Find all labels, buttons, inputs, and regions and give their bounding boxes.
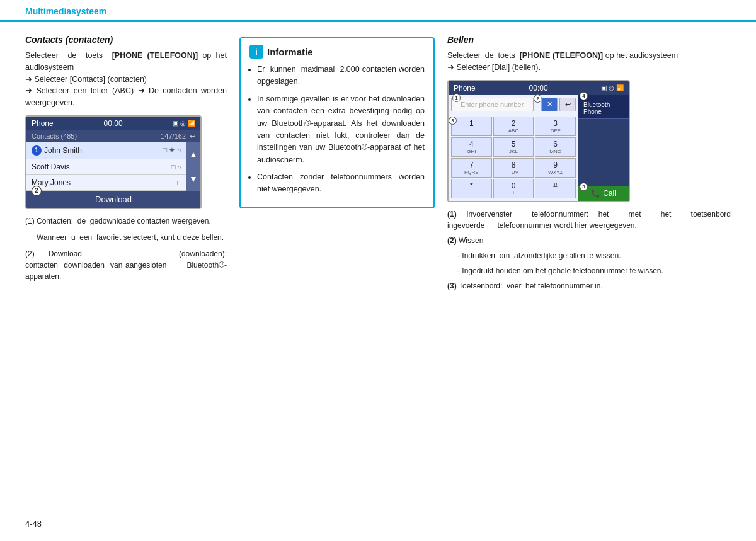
- back-dial-button[interactable]: ↩: [559, 98, 576, 111]
- annot-right-2: (2) Wissen: [447, 235, 731, 246]
- key-1[interactable]: 1: [451, 117, 492, 136]
- phone-contacts-header: Contacts (485) 147/162 ↩: [26, 130, 200, 142]
- call-phone-icon: 📞: [591, 189, 600, 198]
- back-icon[interactable]: ↩: [190, 132, 195, 140]
- key-5[interactable]: 5JKL: [493, 137, 534, 157]
- dial-phone-label: Phone: [454, 84, 476, 93]
- call-label: Call: [603, 189, 616, 198]
- middle-column: i Informatie Er kunnen maximaal 2.000 co…: [239, 35, 435, 519]
- contacts-section-title: Contacts (contacten): [25, 35, 227, 45]
- contact-row-maryjones[interactable]: Mary Jones □: [26, 175, 186, 191]
- dial-input-wrapper: 1 Enter phone number: [451, 98, 534, 111]
- contact-row-scottdavis[interactable]: Scott Davis □ ⌂: [26, 159, 186, 175]
- keypad-wrapper: 3 1 2ABC 3DEF 4GHI 5JKL 6MNO 7PQRS 8TUV …: [449, 117, 578, 201]
- contacts-para1: Selecteer de toets [PHONE (TELEFOON)] op…: [25, 50, 227, 109]
- info-title-row: i Informatie: [249, 45, 425, 59]
- page-header: Multimediasysteem: [0, 0, 756, 22]
- scroll-up-button[interactable]: ▲: [186, 142, 200, 167]
- annot-right-2a: - Indrukken om afzonderlijke getallen te…: [457, 250, 731, 261]
- annotation-1b: Wanneer u een favoriet selecteert, kunt …: [37, 232, 227, 243]
- sidebar-spacer: [578, 119, 629, 186]
- contact-name-text: John Smith: [44, 146, 82, 155]
- contact-row-johnsmith[interactable]: 1 John Smith □ ★ ⌂: [26, 142, 186, 159]
- info-icon: i: [249, 45, 263, 59]
- annot-r3-num: (3): [447, 282, 459, 290]
- key-hash[interactable]: #: [535, 179, 576, 198]
- annot2-num: (2): [25, 249, 49, 258]
- annotation-2: (2) Download (downloaden): contacten dow…: [25, 248, 227, 282]
- right-column: Bellen Selecteer de toets [PHONE (TELEFO…: [447, 35, 731, 519]
- download-button-row[interactable]: 2 Download: [26, 191, 200, 208]
- dial-phone-header: Phone 00:00 ▣ ◎ 📶: [449, 81, 629, 95]
- circle-1-badge: 1: [452, 94, 461, 102]
- annot-right-3: (3) Toetsenbord: voer het telefoonnummer…: [447, 280, 731, 292]
- info-bullet-3: Contacten zonder telefoonnummers worden …: [257, 171, 425, 196]
- contact-john-icons: □ ★ ⌂: [163, 146, 181, 154]
- dial-control-icons: 2 ✕ ↩: [536, 98, 576, 111]
- info-box: i Informatie Er kunnen maximaal 2.000 co…: [239, 37, 435, 208]
- contacts-phone-ui: Phone 00:00 ▣ ◎ 📶 Contacts (485) 147/162…: [25, 115, 202, 209]
- contact-name-scottdavis: Scott Davis: [32, 162, 70, 171]
- dial-phone-body: 1 Enter phone number 2 ✕ ↩: [449, 95, 629, 201]
- scroll-down-button[interactable]: ▼: [186, 166, 200, 191]
- download-btn-label: Download: [95, 195, 132, 204]
- dial-phone-time: 00:00: [529, 84, 548, 93]
- dial-phone-ui: Phone 00:00 ▣ ◎ 📶 1 Enter phone number: [447, 80, 630, 202]
- dial-phone-status-icons: ▣ ◎ 📶: [601, 84, 624, 91]
- annot-right-2b: - Ingedrukt houden om het gehele telefoo…: [457, 265, 731, 276]
- dial-input-field[interactable]: Enter phone number: [451, 98, 534, 111]
- contact-name-johnsmith: 1 John Smith: [32, 145, 82, 156]
- phone-label: Phone: [32, 119, 54, 128]
- dial-main-area: 1 Enter phone number 2 ✕ ↩: [449, 95, 578, 201]
- key-7[interactable]: 7PQRS: [451, 158, 492, 178]
- circle-3-badge: 3: [449, 117, 457, 125]
- key-4[interactable]: 4GHI: [451, 137, 492, 157]
- contact-mary-icons: □: [177, 179, 181, 186]
- annot-r1-num: (1): [447, 210, 466, 219]
- main-content: Contacts (contacten) Selecteer de toets …: [0, 22, 756, 532]
- bluetooth-sidebar-item: 4 Bluetooth Phone: [578, 95, 629, 119]
- contacts-count: 147/162: [161, 132, 186, 140]
- circle-4-badge: 4: [580, 92, 588, 100]
- bellen-section-title: Bellen: [447, 35, 731, 45]
- download-circle-badge: 2: [32, 186, 42, 196]
- annot1-num: (1): [25, 217, 37, 225]
- key-6[interactable]: 6MNO: [535, 137, 576, 157]
- key-2[interactable]: 2ABC: [493, 117, 534, 136]
- circle-2-wrapper: 2 ✕: [536, 98, 558, 111]
- info-title-text: Informatie: [267, 47, 313, 57]
- keypad-area: 3 1 2ABC 3DEF 4GHI 5JKL 6MNO 7PQRS 8TUV …: [449, 117, 578, 201]
- phone-status-icons: ▣ ◎ 📶: [173, 120, 195, 127]
- circle-5-badge: 5: [580, 183, 588, 191]
- header-title: Multimediasysteem: [25, 6, 731, 20]
- annotation-1: (1) Contacten: de gedownloade contacten …: [25, 215, 227, 227]
- scott-name: Scott Davis: [32, 162, 70, 171]
- annot-right-1: (1) Invoervenster telefoonnummer: het me…: [447, 208, 731, 231]
- phone-sidebar: 4 Bluetooth Phone 5 📞 Call: [578, 95, 629, 201]
- info-bullet-1: Er kunnen maximaal 2.000 contacten worde…: [257, 64, 425, 88]
- keypad: 1 2ABC 3DEF 4GHI 5JKL 6MNO 7PQRS 8TUV 9W…: [449, 117, 578, 201]
- dial-input-row: 1 Enter phone number 2 ✕ ↩: [451, 98, 576, 111]
- contacts-list-wrapper: 1 John Smith □ ★ ⌂ Scott Davis □ ⌂ Mar: [26, 142, 200, 191]
- phone-header: Phone 00:00 ▣ ◎ 📶: [26, 117, 200, 130]
- delete-button[interactable]: ✕: [541, 98, 558, 111]
- contacts-label: Contacts (485): [32, 132, 77, 140]
- dial-input-area: 1 Enter phone number 2 ✕ ↩: [449, 95, 578, 117]
- key-9[interactable]: 9WXYZ: [535, 158, 576, 178]
- contact-number-badge: 1: [32, 145, 42, 156]
- key-8[interactable]: 8TUV: [493, 158, 534, 178]
- left-column: Contacts (contacten) Selecteer de toets …: [25, 35, 227, 519]
- annot-r2-num: (2): [447, 236, 459, 245]
- call-btn-wrapper: 5 📞 Call: [578, 186, 629, 201]
- key-star[interactable]: *: [451, 179, 492, 198]
- info-bullets: Er kunnen maximaal 2.000 contacten worde…: [249, 64, 425, 196]
- key-3[interactable]: 3DEF: [535, 117, 576, 136]
- right-annotations: (1) Invoervenster telefoonnummer: het me…: [447, 208, 731, 292]
- info-bullet-2: In sommige gevallen is er voor het downl…: [257, 93, 425, 166]
- contact-scott-icons: □ ⌂: [171, 163, 181, 171]
- key-0[interactable]: 0+: [493, 179, 534, 198]
- contacts-list: 1 John Smith □ ★ ⌂ Scott Davis □ ⌂ Mar: [26, 142, 186, 191]
- phone-time: 00:00: [104, 119, 123, 128]
- bellen-para1: Selecteer de toets [PHONE (TELEFOON)] op…: [447, 50, 731, 74]
- scroll-buttons: ▲ ▼: [186, 142, 200, 191]
